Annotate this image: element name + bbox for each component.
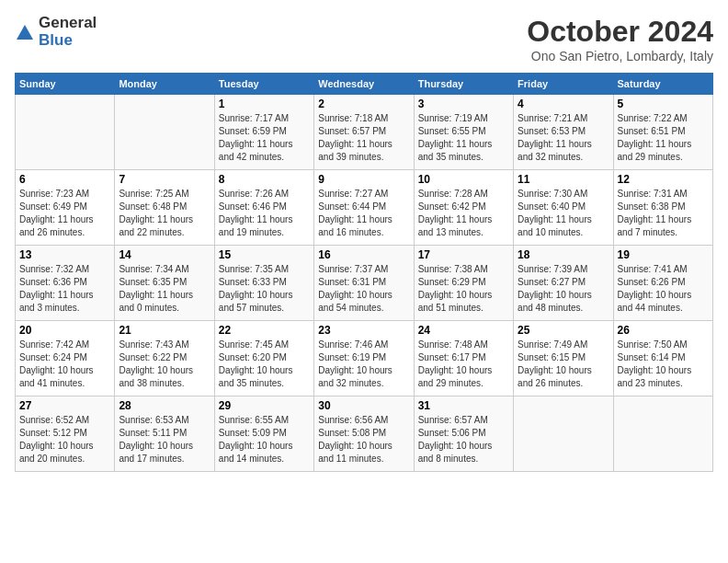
day-info: Sunrise: 7:42 AMSunset: 6:24 PMDaylight:… xyxy=(19,339,110,390)
day-number: 4 xyxy=(518,98,609,110)
day-number: 31 xyxy=(418,399,509,412)
weekday-header-tuesday: Tuesday xyxy=(214,74,313,95)
calendar-cell: 6Sunrise: 7:23 AMSunset: 6:49 PMDaylight… xyxy=(16,170,115,246)
calendar-cell: 5Sunrise: 7:22 AMSunset: 6:51 PMDaylight… xyxy=(613,95,712,170)
day-number: 8 xyxy=(219,173,310,186)
day-number: 27 xyxy=(19,399,110,412)
day-info: Sunrise: 6:56 AMSunset: 5:08 PMDaylight:… xyxy=(318,414,409,465)
weekday-header-row: SundayMondayTuesdayWednesdayThursdayFrid… xyxy=(16,74,713,95)
calendar-cell: 9Sunrise: 7:27 AMSunset: 6:44 PMDaylight… xyxy=(314,170,414,246)
day-number: 28 xyxy=(119,399,210,412)
week-row-2: 13Sunrise: 7:32 AMSunset: 6:36 PMDayligh… xyxy=(16,246,713,321)
calendar-cell: 15Sunrise: 7:35 AMSunset: 6:33 PMDayligh… xyxy=(214,246,313,321)
day-number: 25 xyxy=(518,324,609,337)
calendar-cell: 25Sunrise: 7:49 AMSunset: 6:15 PMDayligh… xyxy=(514,321,613,396)
day-info: Sunrise: 6:57 AMSunset: 5:06 PMDaylight:… xyxy=(418,414,509,465)
calendar-cell xyxy=(115,95,214,170)
day-info: Sunrise: 7:35 AMSunset: 6:33 PMDaylight:… xyxy=(219,263,310,315)
day-number: 5 xyxy=(618,98,709,110)
svg-marker-0 xyxy=(17,25,33,40)
weekday-header-saturday: Saturday xyxy=(613,74,712,95)
week-row-1: 6Sunrise: 7:23 AMSunset: 6:49 PMDaylight… xyxy=(16,170,713,246)
month-title: October 2024 xyxy=(527,15,713,49)
day-info: Sunrise: 7:23 AMSunset: 6:49 PMDaylight:… xyxy=(19,188,110,239)
day-info: Sunrise: 6:55 AMSunset: 5:09 PMDaylight:… xyxy=(219,414,310,465)
calendar-cell: 13Sunrise: 7:32 AMSunset: 6:36 PMDayligh… xyxy=(16,246,115,321)
calendar-cell: 14Sunrise: 7:34 AMSunset: 6:35 PMDayligh… xyxy=(115,246,214,321)
day-info: Sunrise: 7:30 AMSunset: 6:40 PMDaylight:… xyxy=(518,188,609,239)
day-number: 10 xyxy=(418,173,509,186)
day-number: 19 xyxy=(618,248,709,261)
day-number: 7 xyxy=(119,173,210,186)
day-number: 20 xyxy=(19,324,110,337)
calendar-cell: 1Sunrise: 7:17 AMSunset: 6:59 PMDaylight… xyxy=(214,95,313,170)
calendar-cell: 24Sunrise: 7:48 AMSunset: 6:17 PMDayligh… xyxy=(414,321,513,396)
day-number: 3 xyxy=(418,98,509,110)
calendar-cell: 11Sunrise: 7:30 AMSunset: 6:40 PMDayligh… xyxy=(514,170,613,246)
calendar-cell: 7Sunrise: 7:25 AMSunset: 6:48 PMDaylight… xyxy=(115,170,214,246)
day-number: 30 xyxy=(318,399,409,412)
calendar-table: SundayMondayTuesdayWednesdayThursdayFrid… xyxy=(15,73,713,472)
day-info: Sunrise: 7:41 AMSunset: 6:26 PMDaylight:… xyxy=(618,263,709,315)
day-info: Sunrise: 7:43 AMSunset: 6:22 PMDaylight:… xyxy=(119,339,210,390)
day-number: 11 xyxy=(518,173,609,186)
calendar-cell: 27Sunrise: 6:52 AMSunset: 5:12 PMDayligh… xyxy=(16,396,115,472)
calendar-cell: 21Sunrise: 7:43 AMSunset: 6:22 PMDayligh… xyxy=(115,321,214,396)
calendar-cell: 30Sunrise: 6:56 AMSunset: 5:08 PMDayligh… xyxy=(314,396,414,472)
weekday-header-friday: Friday xyxy=(514,74,613,95)
day-number: 9 xyxy=(318,173,409,186)
day-info: Sunrise: 7:19 AMSunset: 6:55 PMDaylight:… xyxy=(418,112,509,164)
day-info: Sunrise: 7:50 AMSunset: 6:14 PMDaylight:… xyxy=(618,339,709,390)
day-info: Sunrise: 7:48 AMSunset: 6:17 PMDaylight:… xyxy=(418,339,509,390)
calendar-cell: 23Sunrise: 7:46 AMSunset: 6:19 PMDayligh… xyxy=(314,321,414,396)
logo: General Blue xyxy=(15,15,97,49)
day-number: 21 xyxy=(119,324,210,337)
day-info: Sunrise: 7:25 AMSunset: 6:48 PMDaylight:… xyxy=(119,188,210,239)
calendar-cell: 2Sunrise: 7:18 AMSunset: 6:57 PMDaylight… xyxy=(314,95,414,170)
day-number: 22 xyxy=(219,324,310,337)
day-number: 29 xyxy=(219,399,310,412)
day-number: 14 xyxy=(119,248,210,261)
logo-blue-text: Blue xyxy=(39,31,73,49)
week-row-3: 20Sunrise: 7:42 AMSunset: 6:24 PMDayligh… xyxy=(16,321,713,396)
day-info: Sunrise: 7:38 AMSunset: 6:29 PMDaylight:… xyxy=(418,263,509,315)
day-info: Sunrise: 6:53 AMSunset: 5:11 PMDaylight:… xyxy=(119,414,210,465)
calendar-cell: 31Sunrise: 6:57 AMSunset: 5:06 PMDayligh… xyxy=(414,396,513,472)
week-row-0: 1Sunrise: 7:17 AMSunset: 6:59 PMDaylight… xyxy=(16,95,713,170)
day-info: Sunrise: 7:18 AMSunset: 6:57 PMDaylight:… xyxy=(318,112,409,164)
day-number: 18 xyxy=(518,248,609,261)
weekday-header-sunday: Sunday xyxy=(16,74,115,95)
calendar-page: General Blue October 2024 Ono San Pietro… xyxy=(0,0,728,479)
day-info: Sunrise: 7:17 AMSunset: 6:59 PMDaylight:… xyxy=(219,112,310,164)
location-text: Ono San Pietro, Lombardy, Italy xyxy=(527,49,713,63)
logo-icon xyxy=(15,23,35,43)
day-info: Sunrise: 7:49 AMSunset: 6:15 PMDaylight:… xyxy=(518,339,609,390)
calendar-cell xyxy=(16,95,115,170)
calendar-cell: 29Sunrise: 6:55 AMSunset: 5:09 PMDayligh… xyxy=(214,396,313,472)
week-row-4: 27Sunrise: 6:52 AMSunset: 5:12 PMDayligh… xyxy=(16,396,713,472)
day-number: 17 xyxy=(418,248,509,261)
day-number: 16 xyxy=(318,248,409,261)
day-info: Sunrise: 7:32 AMSunset: 6:36 PMDaylight:… xyxy=(19,263,110,315)
day-info: Sunrise: 7:31 AMSunset: 6:38 PMDaylight:… xyxy=(618,188,709,239)
weekday-header-thursday: Thursday xyxy=(414,74,513,95)
day-number: 6 xyxy=(19,173,110,186)
day-number: 26 xyxy=(618,324,709,337)
title-section: October 2024 Ono San Pietro, Lombardy, I… xyxy=(527,15,713,63)
calendar-cell: 28Sunrise: 6:53 AMSunset: 5:11 PMDayligh… xyxy=(115,396,214,472)
calendar-cell: 22Sunrise: 7:45 AMSunset: 6:20 PMDayligh… xyxy=(214,321,313,396)
calendar-cell: 20Sunrise: 7:42 AMSunset: 6:24 PMDayligh… xyxy=(16,321,115,396)
calendar-cell: 19Sunrise: 7:41 AMSunset: 6:26 PMDayligh… xyxy=(613,246,712,321)
day-info: Sunrise: 7:26 AMSunset: 6:46 PMDaylight:… xyxy=(219,188,310,239)
calendar-cell xyxy=(514,396,613,472)
calendar-cell: 16Sunrise: 7:37 AMSunset: 6:31 PMDayligh… xyxy=(314,246,414,321)
calendar-cell: 12Sunrise: 7:31 AMSunset: 6:38 PMDayligh… xyxy=(613,170,712,246)
day-info: Sunrise: 7:46 AMSunset: 6:19 PMDaylight:… xyxy=(318,339,409,390)
day-number: 2 xyxy=(318,98,409,110)
calendar-cell: 4Sunrise: 7:21 AMSunset: 6:53 PMDaylight… xyxy=(514,95,613,170)
calendar-cell: 3Sunrise: 7:19 AMSunset: 6:55 PMDaylight… xyxy=(414,95,513,170)
day-info: Sunrise: 7:28 AMSunset: 6:42 PMDaylight:… xyxy=(418,188,509,239)
day-number: 24 xyxy=(418,324,509,337)
calendar-cell xyxy=(613,396,712,472)
day-info: Sunrise: 7:34 AMSunset: 6:35 PMDaylight:… xyxy=(119,263,210,315)
